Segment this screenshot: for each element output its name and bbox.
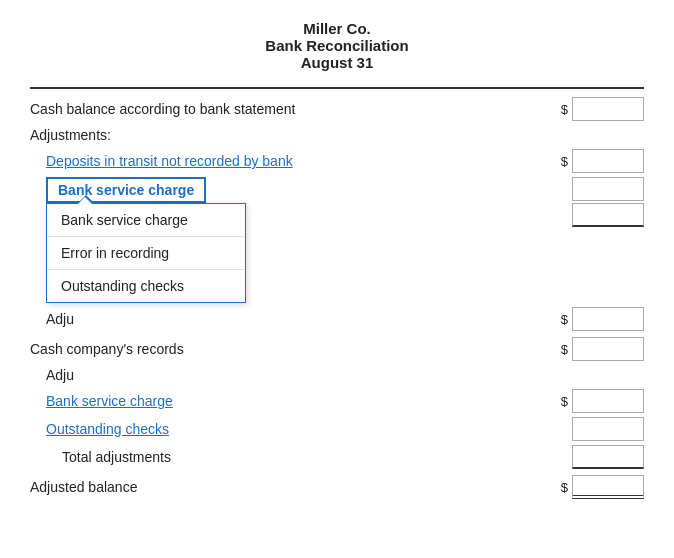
adj-label-2: Adju: [30, 367, 644, 383]
cash-balance-input-group: $: [561, 97, 644, 121]
adj-row-1: Adju $: [30, 307, 644, 331]
bank-service-blue-row: Bank service charge $: [30, 389, 644, 413]
bank-service-input-1[interactable]: [572, 177, 644, 201]
dollar-sign-3: $: [561, 312, 568, 327]
report-date: August 31: [30, 54, 644, 71]
dollar-sign-6: $: [561, 480, 568, 495]
company-name: Miller Co.: [30, 20, 644, 37]
deposits-row: Deposits in transit not recorded by bank…: [30, 149, 644, 173]
deposits-link[interactable]: Deposits in transit not recorded by bank: [46, 153, 293, 169]
adj-input-group-1: $: [561, 307, 644, 331]
dropdown-item-outstanding[interactable]: Outstanding checks: [47, 270, 245, 302]
cash-company-row: Cash company's records $: [30, 337, 644, 361]
outstanding-checks-link[interactable]: Outstanding checks: [46, 421, 169, 437]
adjusted-balance-input-group: $: [561, 475, 644, 499]
page-header: Miller Co. Bank Reconciliation August 31: [30, 20, 644, 71]
bank-service-blue-input-group: $: [561, 389, 644, 413]
cash-balance-row: Cash balance according to bank statement…: [30, 97, 644, 121]
adjusted-balance-label: Adjusted balance: [30, 479, 561, 495]
total-adjustments-input[interactable]: [572, 445, 644, 469]
total-adjustments-row: Total adjustments: [30, 445, 644, 469]
dollar-sign-4: $: [561, 342, 568, 357]
cash-company-input[interactable]: [572, 337, 644, 361]
deposits-input[interactable]: [572, 149, 644, 173]
deposits-input-group: $: [561, 149, 644, 173]
adj-label-1: Adju: [30, 311, 561, 327]
top-divider: [30, 87, 644, 89]
dropdown-menu: Bank service charge Error in recording O…: [46, 203, 246, 303]
dropdown-item-error[interactable]: Error in recording: [47, 237, 245, 270]
dropdown-arrow-inner: [77, 197, 93, 205]
adjustments-label: Adjustments:: [30, 127, 644, 143]
adjusted-balance-row: Adjusted balance $: [30, 475, 644, 499]
adj-input-1[interactable]: [572, 307, 644, 331]
report-title: Bank Reconciliation: [30, 37, 644, 54]
adjusted-balance-input[interactable]: [572, 475, 644, 499]
dropdown-item-bank-service[interactable]: Bank service charge: [47, 204, 245, 237]
outstanding-stacked-inputs: [572, 417, 644, 441]
bank-service-input-2[interactable]: [572, 203, 644, 227]
bank-service-charge-dropdown-container: Bank service charge Bank service charge …: [30, 177, 644, 227]
dropdown-wrapper: Bank service charge Bank service charge …: [46, 177, 206, 203]
bank-service-stacked-inputs: [572, 177, 644, 227]
cash-balance-label: Cash balance according to bank statement: [30, 101, 561, 117]
total-adjustments-label: Total adjustments: [30, 449, 572, 465]
adj-row-2: Adju: [30, 367, 644, 383]
dollar-sign-5: $: [561, 394, 568, 409]
dollar-sign-2: $: [561, 154, 568, 169]
cash-company-input-group: $: [561, 337, 644, 361]
outstanding-input-1[interactable]: [572, 417, 644, 441]
cash-balance-input[interactable]: [572, 97, 644, 121]
dollar-sign-1: $: [561, 102, 568, 117]
dropdown-trigger[interactable]: Bank service charge: [46, 177, 206, 203]
outstanding-checks-row: Outstanding checks: [30, 417, 644, 441]
adjustments-row: Adjustments:: [30, 127, 644, 143]
bank-service-blue-input[interactable]: [572, 389, 644, 413]
bank-service-blue-link[interactable]: Bank service charge: [46, 393, 173, 409]
cash-company-label: Cash company's records: [30, 341, 561, 357]
